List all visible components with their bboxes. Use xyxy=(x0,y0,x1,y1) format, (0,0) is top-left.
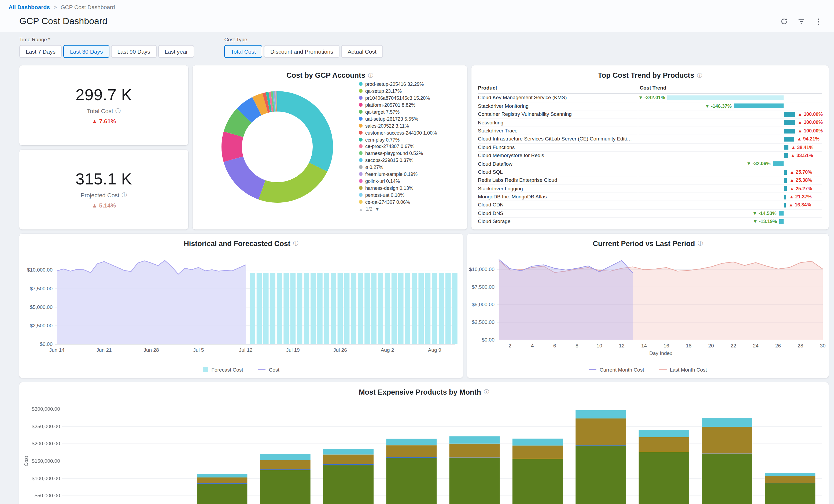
trend-bar-cell: ▲ 33.51% xyxy=(638,152,822,159)
donut-legend-item[interactable]: secops-239815 0.37% xyxy=(359,158,461,163)
chart-legend-item-forecast-cost[interactable]: Forecast Cost xyxy=(203,367,243,372)
trend-bar xyxy=(784,203,786,207)
info-icon: ⓘ xyxy=(484,388,489,396)
svg-text:$200,000.00: $200,000.00 xyxy=(31,441,60,446)
legend-label: Cost xyxy=(269,367,280,372)
trend-value-label: ▲ 21.37% xyxy=(789,194,812,199)
legend-page-up-icon[interactable]: ▲ xyxy=(359,207,363,212)
legend-label: Last Month Cost xyxy=(670,367,707,372)
donut-legend-item[interactable]: ø 0.27% xyxy=(359,165,461,171)
legend-label: qa-setup 23.17% xyxy=(365,88,402,94)
trend-row-stackdriver-monitoring: Stackdriver Monitoring▼ -146.37% xyxy=(478,103,822,111)
time-range-chip-last-year[interactable]: Last year xyxy=(158,45,194,58)
donut-body: prod-setup-205416 32.29%qa-setup 23.17%p… xyxy=(193,82,467,215)
chart-legend-item-current-month-cost[interactable]: Current Month Cost xyxy=(589,367,644,372)
donut-legend-item[interactable]: ce-qa-274307 0.06% xyxy=(359,199,461,205)
trend-value-label: ▲ 33.51% xyxy=(791,153,813,158)
donut-legend-item[interactable]: sales-209522 3.11% xyxy=(359,123,461,129)
svg-text:$150,000.00: $150,000.00 xyxy=(31,458,60,463)
time-range-chips: Last 7 DaysLast 30 DaysLast 90 DaysLast … xyxy=(19,45,194,58)
comparison-card-title: Current Period vs Last Period ⓘ xyxy=(467,234,829,249)
trend-value-label: ▲ 25.70% xyxy=(789,169,812,175)
legend-page-down-icon[interactable]: ▼ xyxy=(375,207,379,212)
info-icon: ⓘ xyxy=(122,192,127,199)
svg-text:18: 18 xyxy=(686,343,692,348)
trend-row-redis-labs-redis-enterprise-cloud: Redis Labs Redis Enterprise Cloud▲ 25.38… xyxy=(478,177,822,185)
trend-bar-cell: ▲ 100.00% xyxy=(638,110,822,118)
cost-type-chip-actual-cost[interactable]: Actual Cost xyxy=(342,45,383,58)
time-range-chip-last-90-days[interactable]: Last 90 Days xyxy=(111,45,157,58)
trend-value-label: ▲ 100.00% xyxy=(797,120,823,125)
legend-dot-icon xyxy=(359,89,363,93)
trend-row-stackdriver-logging: Stackdriver Logging▲ 25.27% xyxy=(478,185,822,193)
svg-text:$0.00: $0.00 xyxy=(39,341,52,347)
donut-legend-item[interactable]: freemium-sample 0.19% xyxy=(359,172,461,177)
filter-icon[interactable] xyxy=(797,18,805,25)
donut-legend-item[interactable]: uat-setup-261723 5.55% xyxy=(359,116,461,122)
svg-text:20: 20 xyxy=(708,343,714,348)
svg-text:8: 8 xyxy=(575,343,578,348)
trend-row-cloud-key-management-service-kms: Cloud Key Management Service (KMS)▼ -342… xyxy=(478,94,822,103)
donut-card-title: Cost by GCP Accounts ⓘ xyxy=(193,65,467,82)
donut-legend-item[interactable]: qa-setup 23.17% xyxy=(359,88,461,94)
cost-type-chip-total-cost[interactable]: Total Cost xyxy=(224,45,262,58)
trend-product-name: Cloud Storage xyxy=(478,218,638,226)
more-options-icon[interactable]: ⋮ xyxy=(815,17,822,26)
legend-label: ce-prod-274307 0.67% xyxy=(365,144,414,150)
donut-legend-item[interactable]: platform-205701 8.82% xyxy=(359,103,461,108)
svg-text:2: 2 xyxy=(508,343,511,348)
donut-legend-item[interactable]: qa-target 7.57% xyxy=(359,109,461,115)
trend-bar-cell: ▲ 25.27% xyxy=(638,185,822,193)
time-range-chip-last-30-days[interactable]: Last 30 Days xyxy=(64,45,109,58)
svg-text:16: 16 xyxy=(663,343,669,348)
svg-text:$10,000.00: $10,000.00 xyxy=(469,266,495,272)
trend-product-name: Cloud Memorystore for Redis xyxy=(478,152,638,159)
trend-row-container-registry-vulnerability-scannin: Container Registry Vulnerability Scannin… xyxy=(478,110,822,119)
trend-bar-cell: ▼ -13.19% xyxy=(638,218,822,226)
donut-legend-item[interactable]: prod-setup-205416 32.29% xyxy=(359,82,461,87)
trend-table: Product Cost Trend Cloud Key Management … xyxy=(471,82,829,229)
trend-value-label: ▲ 16.34% xyxy=(789,202,811,208)
donut-card: Cost by GCP Accounts ⓘ prod-setup-205416… xyxy=(193,65,467,229)
donut-legend-item[interactable]: harness-playground 0.52% xyxy=(359,151,461,157)
time-range-chip-last-7-days[interactable]: Last 7 Days xyxy=(19,45,62,58)
donut-legend-item[interactable]: pentest-uat 0.10% xyxy=(359,193,461,198)
legend-label: golink-url 0.14% xyxy=(365,178,400,184)
legend-label: pr10406a87045145c3 15.20% xyxy=(365,95,430,101)
legend-label: ce-qa-274307 0.06% xyxy=(365,199,410,205)
trend-bar-cell: ▲ 16.34% xyxy=(638,201,822,209)
donut-legend-item[interactable]: harness-design 0.13% xyxy=(359,185,461,191)
trend-row-networking: Networking▲ 100.00% xyxy=(478,119,822,127)
chart-legend-item-cost[interactable]: Cost xyxy=(258,367,280,372)
info-icon: ⓘ xyxy=(368,71,373,79)
legend-dot-icon xyxy=(359,82,363,86)
top-bar: All Dashboards > GCP Cost Dashboard GCP … xyxy=(0,0,834,32)
total-cost-card: 299.7 K Total Cost ⓘ ▲ 7.61% xyxy=(19,65,188,145)
donut-slice-customer-success-244100 xyxy=(265,102,268,103)
donut-slice-qa-target xyxy=(234,115,244,134)
donut-legend-item[interactable]: ccm-play 0.77% xyxy=(359,137,461,143)
cost-type-chip-discount-and-promotions[interactable]: Discount and Promotions xyxy=(264,45,340,58)
historical-forecast-card: Historical and Forecasted Cost ⓘ $10,000… xyxy=(19,234,463,378)
svg-text:Cost: Cost xyxy=(23,456,29,466)
svg-text:$100,000.00: $100,000.00 xyxy=(31,475,60,481)
svg-text:$5,000.00: $5,000.00 xyxy=(29,304,52,310)
svg-text:28: 28 xyxy=(797,343,803,348)
legend-label: sales-209522 3.11% xyxy=(365,123,409,129)
donut-chart-svg xyxy=(198,86,357,207)
trend-product-name: Redis Labs Redis Enterprise Cloud xyxy=(478,177,638,184)
historical-chart-svg: $10,000.00$7,500.00$5,000.00$2,500.00$0.… xyxy=(23,249,459,363)
svg-text:Jun 28: Jun 28 xyxy=(144,347,159,353)
donut-legend-item[interactable]: pr10406a87045145c3 15.20% xyxy=(359,95,461,101)
donut-slice-ccm-play xyxy=(268,102,270,103)
trend-card: Top Cost Trend by Products ⓘ Product Cos… xyxy=(471,65,829,229)
breadcrumb-link-all-dashboards[interactable]: All Dashboards xyxy=(8,4,50,10)
donut-legend-item[interactable]: ce-prod-274307 0.67% xyxy=(359,144,461,150)
projected-cost-card: 315.1 K Projected Cost ⓘ ▲ 5.14% xyxy=(19,150,188,229)
trend-product-name: MongoDB Inc. MongoDB Atlas xyxy=(478,193,638,201)
comparison-chart-svg: $10,000.00$7,500.00$5,000.00$2,500.00$0.… xyxy=(468,249,828,363)
refresh-icon[interactable] xyxy=(781,18,788,25)
donut-legend-item[interactable]: customer-success-244100 1.00% xyxy=(359,130,461,136)
chart-legend-item-last-month-cost[interactable]: Last Month Cost xyxy=(659,367,707,372)
donut-legend-item[interactable]: golink-url 0.14% xyxy=(359,178,461,184)
